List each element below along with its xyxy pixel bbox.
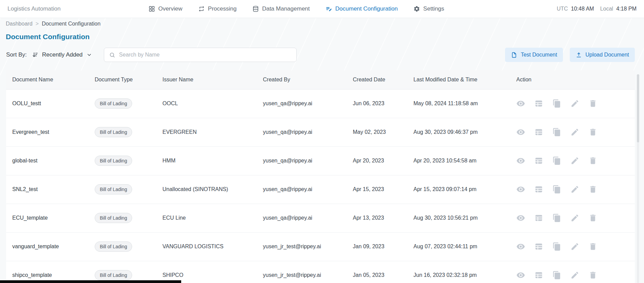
view-button[interactable] [516, 156, 525, 165]
delete-button[interactable] [588, 185, 597, 194]
delete-button[interactable] [588, 214, 597, 222]
column-header: Created By [257, 70, 347, 89]
document-configuration-icon [326, 5, 332, 12]
nav-item-label: Processing [208, 5, 237, 12]
clock: UTC 10:48 AM Local 4:18 PM [557, 6, 637, 12]
last-modified: Apr 20, 2023 10:54:58 am [413, 158, 476, 163]
edit-button[interactable] [570, 214, 579, 222]
document-name: Evergreen_test [12, 129, 49, 135]
edit-button[interactable] [570, 156, 579, 165]
copy-button[interactable] [552, 185, 561, 194]
toolbar: Sort By: Recently Added [6, 48, 635, 62]
edit-button[interactable] [570, 271, 579, 280]
last-modified: Aug 30, 2023 09:46:37 pm [413, 129, 478, 135]
data-management-icon [252, 5, 259, 12]
overview-icon [148, 5, 155, 12]
edit-button[interactable] [570, 128, 579, 137]
delete-button[interactable] [588, 128, 597, 137]
copy-button[interactable] [552, 128, 561, 137]
view-button[interactable] [516, 99, 525, 108]
template-button[interactable] [534, 99, 543, 108]
nav-item-document-configuration[interactable]: Document Configuration [326, 5, 398, 12]
created-date: May 02, 2023 [353, 129, 386, 135]
table-row: shipco_template Bill of Lading SHIPCO yu… [6, 261, 635, 283]
template-button[interactable] [534, 185, 543, 194]
copy-button[interactable] [552, 242, 561, 251]
table-row: OOLU_testt Bill of Lading OOCL yusen_qa@… [6, 89, 635, 118]
sort-icon [32, 51, 38, 58]
created-date: Jan 09, 2023 [353, 243, 384, 249]
sort-dropdown[interactable]: Recently Added [32, 51, 92, 58]
nav-item-overview[interactable]: Overview [148, 5, 183, 12]
copy-button[interactable] [552, 156, 561, 165]
document-type-badge: Bill of Lading [95, 184, 132, 194]
app-title: Logistics Automation [7, 5, 61, 12]
local-label: Local [600, 6, 613, 12]
table-body: OOLU_testt Bill of Lading OOCL yusen_qa@… [6, 89, 635, 283]
template-button[interactable] [534, 242, 543, 251]
table-row: Evergreen_test Bill of Lading EVERGREEN … [6, 118, 635, 146]
document-name: SNL2_test [12, 186, 38, 192]
scrollbar-thumb[interactable] [637, 74, 639, 142]
document-type-badge: Bill of Lading [95, 213, 132, 223]
template-button[interactable] [534, 156, 543, 165]
issuer-name: VANGUARD LOGISTICS [162, 243, 223, 249]
issuer-name: HMM [162, 158, 175, 163]
created-date: Apr 20, 2023 [353, 158, 384, 163]
document-name: OOLU_testt [12, 100, 41, 106]
last-modified: Aug 30, 2023 10:56:21 pm [413, 215, 478, 221]
breadcrumb-separator: > [35, 21, 38, 27]
delete-button[interactable] [588, 271, 597, 280]
issuer-name: OOCL [162, 100, 178, 106]
template-button[interactable] [534, 271, 543, 280]
column-header: Created Date [347, 70, 407, 89]
last-modified: Aug 07, 2023 02:44:11 pm [413, 243, 477, 249]
view-button[interactable] [516, 214, 525, 222]
template-button[interactable] [534, 214, 543, 222]
breadcrumb-dashboard[interactable]: Dashboard [6, 21, 32, 27]
edit-button[interactable] [570, 185, 579, 194]
document-name: ECU_template [12, 215, 48, 221]
utc-time: 10:48 AM [571, 6, 594, 12]
document-type-badge: Bill of Lading [95, 270, 132, 280]
bottom-black-bar [0, 280, 181, 283]
column-header: Action [510, 70, 635, 89]
last-modified: May 08, 2024 11:18:58 am [413, 100, 478, 106]
upload-document-button[interactable]: Upload Document [570, 48, 635, 62]
table-row: vanguard_template Bill of Lading VANGUAR… [6, 232, 635, 261]
nav-item-data-management[interactable]: Data Management [252, 5, 310, 12]
main-nav: Overview Processing Data Management Docu… [148, 5, 444, 12]
copy-button[interactable] [552, 271, 561, 280]
sort-by-label: Sort By: [6, 51, 27, 58]
vertical-scrollbar[interactable] [637, 74, 639, 283]
edit-button[interactable] [570, 242, 579, 251]
document-name: shipco_template [12, 272, 52, 278]
copy-button[interactable] [552, 214, 561, 222]
view-button[interactable] [516, 242, 525, 251]
view-button[interactable] [516, 185, 525, 194]
document-name: global-test [12, 158, 37, 163]
document-type-badge: Bill of Lading [95, 127, 132, 137]
last-modified: Apr 15, 2023 09:07:14 pm [413, 186, 476, 192]
created-date: Apr 13, 2023 [353, 215, 384, 221]
row-actions [516, 156, 632, 165]
created-by: yusen_qa@rippey.ai [263, 129, 312, 135]
test-document-button[interactable]: Test Document [505, 48, 563, 62]
search-input[interactable] [119, 52, 292, 58]
delete-button[interactable] [588, 99, 597, 108]
copy-button[interactable] [552, 99, 561, 108]
view-button[interactable] [516, 128, 525, 137]
issuer-name: Unallocated (SINOTRANS) [162, 186, 228, 192]
view-button[interactable] [516, 271, 525, 280]
search-box[interactable] [104, 48, 297, 62]
nav-item-processing[interactable]: Processing [198, 5, 237, 12]
delete-button[interactable] [588, 242, 597, 251]
delete-button[interactable] [588, 156, 597, 165]
table-row: global-test Bill of Lading HMM yusen_qa@… [6, 146, 635, 175]
template-button[interactable] [534, 128, 543, 137]
document-name: vanguard_template [12, 243, 59, 249]
table-row: ECU_template Bill of Lading ECU Line yus… [6, 204, 635, 232]
nav-item-settings[interactable]: Settings [413, 5, 444, 12]
edit-button[interactable] [570, 99, 579, 108]
created-by: yusen_qa@rippey.ai [263, 215, 312, 221]
